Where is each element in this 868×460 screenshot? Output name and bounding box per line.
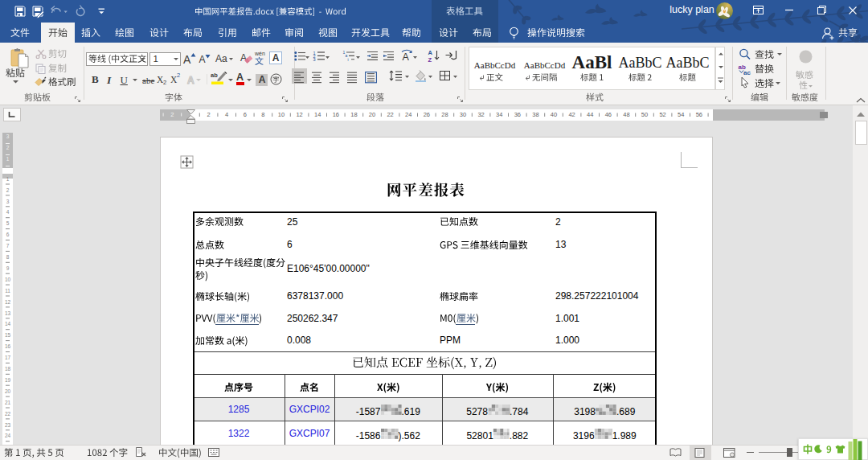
svg-text:3: 3 [313, 57, 316, 62]
svg-text:ac: ac [743, 69, 751, 76]
svg-text:i: i [348, 57, 349, 62]
svg-text:ab: ab [211, 72, 218, 79]
svg-text:A: A [403, 51, 410, 62]
svg-text:Z: Z [428, 56, 432, 63]
